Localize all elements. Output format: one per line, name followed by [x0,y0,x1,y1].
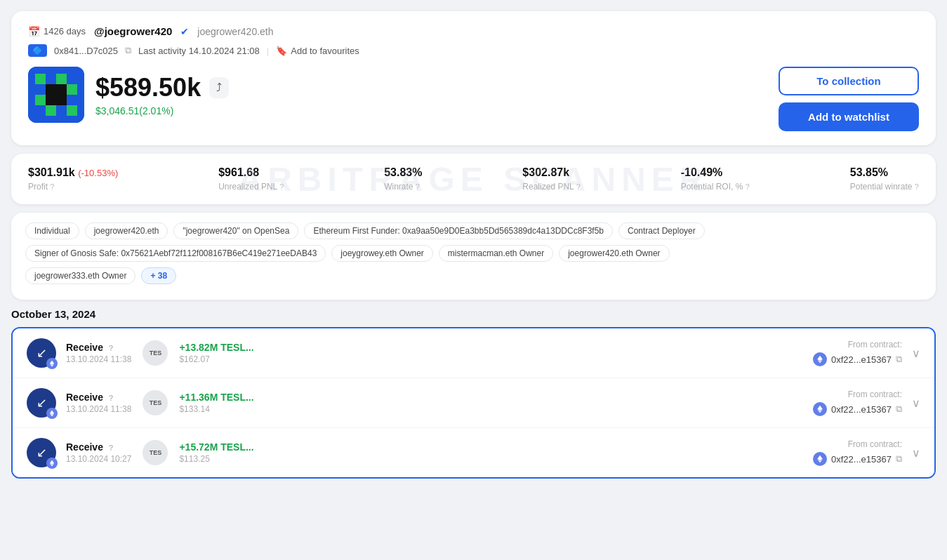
profile-top-row: 📅 1426 days @joegrower420 ✔ joegrower420… [28,25,919,37]
copy-address-icon[interactable]: ⧉ [125,45,131,56]
eth-circle-icon-1 [813,352,827,366]
stat-potential-roi: -10.49% Potential ROI, % ? [681,166,750,192]
svg-rect-6 [46,84,67,95]
stat-roi-label: Potential ROI, % ? [681,182,750,192]
eth-circle-icon-2 [813,402,827,416]
tx-expand-icon-3[interactable]: ∨ [912,446,920,460]
tx-type-1: Receive ? [66,342,131,353]
tag-gnosis[interactable]: Signer of Gnosis Safe: 0x75621Aebf72f112… [25,245,326,262]
svg-rect-11 [35,105,46,116]
tags-row-3: joegrower333.eth Owner + 38 [25,267,922,284]
svg-rect-9 [46,95,67,105]
copy-contract-icon-2[interactable]: ⧉ [896,404,902,415]
copy-contract-icon-1[interactable]: ⧉ [896,354,902,365]
tx-expand-icon-1[interactable]: ∨ [912,347,920,360]
address-badge: 🔷 [28,44,47,57]
stat-winrate-label: Winrate ? [384,182,422,192]
tx-type-2: Receive ? [66,392,131,403]
stat-unrealized-label: Unrealized PNL ? [218,182,284,192]
add-watchlist-button[interactable]: Add to watchlist [779,102,919,131]
tx-addr-3: 0xf22...e15367 [831,454,892,465]
svg-rect-13 [56,105,67,116]
tx-usd-3: $113.25 [179,454,813,464]
stat-profit-value: $301.91k (-10.53%) [28,166,118,179]
tag-eth-name[interactable]: joegrower420.eth [85,222,168,239]
stat-realized-pnl: $302.87k Realized PNL ? [522,166,580,192]
tx-token-badge-3: TES [143,440,168,465]
days-count: 1426 days [44,26,86,36]
table-row: ↙ Receive ? 13.10.2024 11:38 TES +13.82M… [13,328,934,378]
tx-token-badge-2: TES [143,390,168,415]
add-favourites-button[interactable]: 🔖 Add to favourites [276,46,359,56]
tx-expand-icon-2[interactable]: ∨ [912,396,920,410]
tag-first-funder[interactable]: Ethereum First Funder: 0xa9aa50e9D0Ea3bb… [304,222,613,239]
tag-joegrower420-owner[interactable]: joegrower420.eth Owner [559,245,669,262]
svg-rect-10 [67,95,77,105]
eth-badge-3 [46,458,58,469]
tx-amount-value-2: +11.36M TESL... [179,392,813,403]
wallet-address: 0x841...D7c025 [54,46,118,56]
tx-receive-icon-2: ↙ [27,388,56,418]
tx-time-3: 13.10.2024 10:27 [66,454,131,464]
svg-marker-21 [50,411,54,415]
stat-winrate: 53.83% Winrate ? [384,166,422,192]
tx-time-1: 13.10.2024 11:38 [66,354,131,364]
stat-pw-value: 53.85% [850,166,919,179]
arrow-down-icon-2: ↙ [37,395,47,411]
tags-row-2: Signer of Gnosis Safe: 0x75621Aebf72f112… [25,245,922,262]
eth-badge-2 [46,408,58,419]
tx-info-2: Receive ? 13.10.2024 11:38 [66,392,131,414]
svg-rect-7 [67,84,77,95]
last-activity-value: 14.10.2024 21:08 [189,46,260,56]
tag-mistermacman[interactable]: mistermacman.eth Owner [439,245,553,262]
calendar-icon: 📅 [28,26,40,37]
balance-amount: $589.50k ⤴ [95,73,229,102]
separator: | [267,46,269,56]
tag-joegrower333[interactable]: joegrower333.eth Owner [25,267,135,284]
tx-amount-3: +15.72M TESL... $113.25 [179,441,813,464]
tags-row-1: Individual joegrower420.eth "joegrower42… [25,222,922,239]
eth-badge-1 [46,358,58,369]
tag-opensea[interactable]: "joegrower420" on OpenSea [173,222,298,239]
table-row: ↙ Receive ? 13.10.2024 11:38 TES +11.36M… [13,378,934,428]
tx-contract-label-2: From contract: [813,389,902,399]
tag-joeygrowey[interactable]: joeygrowey.eth Owner [331,245,433,262]
copy-contract-icon-3[interactable]: ⧉ [896,453,902,465]
tx-amount-2: +11.36M TESL... $133.14 [179,392,813,414]
profile-main-row: $589.50k ⤴ $3,046.51(2.01%) To collectio… [28,67,919,131]
stat-roi-value: -10.49% [681,166,750,179]
address-row: 🔷 0x841...D7c025 ⧉ Last activity 14.10.2… [28,44,919,57]
bookmark-icon: 🔖 [276,46,287,56]
stat-winrate-value: 53.83% [384,166,422,179]
username: @joegrower420 [94,25,172,37]
balance-change: $3,046.51(2.01%) [95,105,229,116]
tx-usd-2: $133.14 [179,404,813,414]
svg-marker-19 [817,356,823,361]
tx-info-3: Receive ? 13.10.2024 10:27 [66,441,131,464]
to-collection-button[interactable]: To collection [779,67,919,95]
date-heading: October 13, 2024 [11,308,936,320]
tag-contract-deployer[interactable]: Contract Deployer [618,222,705,239]
tags-more-button[interactable]: + 38 [141,267,176,284]
svg-rect-8 [35,95,46,105]
add-favourites-label: Add to favourites [291,46,359,56]
tx-amount-value-3: +15.72M TESL... [179,441,813,453]
tag-individual[interactable]: Individual [25,222,79,239]
tx-contract-addr-2: 0xf22...e15367 ⧉ [813,402,902,416]
days-badge: 📅 1426 days [28,26,86,37]
tx-amount-value-1: +13.82M TESL... [179,342,813,353]
transactions-container: ↙ Receive ? 13.10.2024 11:38 TES +13.82M… [11,327,936,479]
share-button[interactable]: ⤴ [209,77,229,98]
svg-rect-2 [46,74,56,84]
tx-receive-icon-1: ↙ [27,338,56,368]
svg-rect-12 [46,105,56,116]
svg-rect-4 [67,74,77,84]
tx-receive-icon-3: ↙ [27,438,56,467]
tx-time-2: 13.10.2024 11:38 [66,404,131,414]
tx-addr-1: 0xf22...e15367 [831,354,892,365]
svg-rect-5 [35,84,46,95]
action-buttons: To collection Add to watchlist [779,67,919,131]
svg-marker-27 [817,455,823,461]
verified-icon: ✔ [180,26,189,37]
stat-pw-label: Potential winrate ? [850,182,919,192]
